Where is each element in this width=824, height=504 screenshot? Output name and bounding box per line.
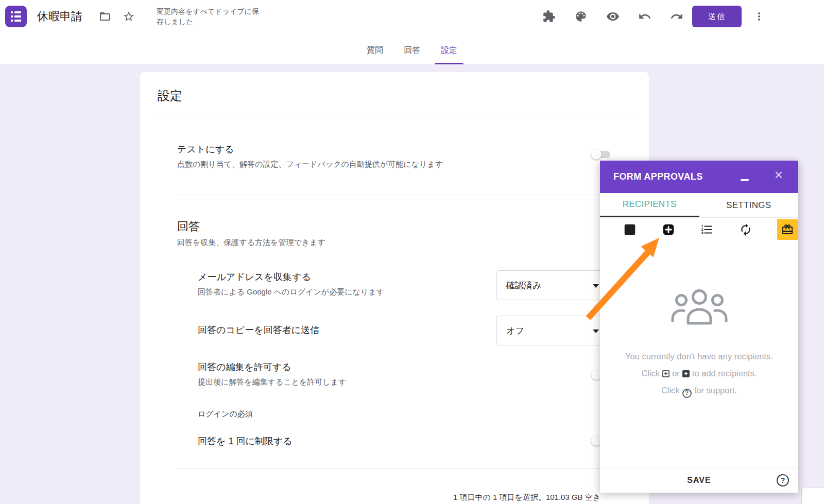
responses-heading: 回答: [177, 219, 200, 234]
panel-footer: SAVE ?: [600, 467, 798, 493]
empty-line-3-prefix: Click: [661, 386, 680, 395]
gift-icon: [780, 222, 795, 237]
send-copy-dropdown[interactable]: オフ: [496, 316, 608, 345]
close-icon[interactable]: ×: [775, 168, 783, 182]
collect-email-value: 確認済み: [506, 280, 541, 291]
tab-settings-label: 設定: [441, 45, 457, 56]
quiz-toggle-description: 点数の割り当て、解答の設定、フィードバックの自動提供が可能になります: [177, 160, 443, 169]
forms-logo-glyph: [11, 11, 21, 22]
empty-line-1: You currently don't have any recipients.: [625, 348, 773, 365]
app-header: 休暇申請 変更内容をすべてドライブに保存しました 送信: [0, 0, 824, 33]
more-vert-icon[interactable]: [752, 9, 766, 24]
inline-add-outline-icon: [662, 370, 670, 377]
send-copy-label: 回答のコピーを回答者に送信: [198, 324, 319, 336]
undo-icon[interactable]: [638, 9, 652, 24]
responses-description: 回答を収集、保護する方法を管理できます: [177, 238, 325, 248]
limit-one-response-label: 回答を 1 回に制限する: [198, 435, 293, 447]
help-icon[interactable]: ?: [777, 474, 789, 486]
active-tab-underline: [435, 63, 464, 64]
tab-approvals-settings[interactable]: SETTINGS: [699, 193, 799, 217]
empty-line-2-prefix: Click: [641, 369, 660, 378]
form-tabs: 質問 回答 設定: [0, 33, 824, 64]
forms-logo-icon[interactable]: [5, 6, 27, 27]
people-group-icon: [671, 286, 728, 329]
background-window-fragment: [801, 487, 824, 504]
empty-line-2-suffix: to add recipients.: [692, 369, 757, 378]
collect-email-dropdown[interactable]: 確認済み: [496, 270, 608, 300]
form-approvals-panel: FORM APPROVALS × RECIPIENTS SETTINGS: [600, 161, 798, 493]
inline-add-filled-icon: [682, 370, 690, 377]
chevron-down-icon: [593, 284, 599, 288]
inline-help-icon: ?: [682, 389, 692, 398]
minimize-icon[interactable]: [741, 179, 749, 181]
panel-header: FORM APPROVALS ×: [600, 161, 798, 193]
extensions-icon[interactable]: [542, 9, 556, 24]
empty-line-3: Click?for support.: [625, 382, 773, 399]
settings-heading: 設定: [158, 88, 182, 104]
quiz-toggle-label: テストにする: [177, 143, 234, 155]
form-title[interactable]: 休暇申請: [37, 9, 82, 24]
file-selection-status: 1 項目中の 1 項目を選択。101.03 GB 空き: [453, 493, 600, 502]
tab-settings[interactable]: 設定: [441, 33, 457, 64]
allow-edit-description: 提出後に解答を編集することを許可します: [198, 377, 347, 387]
toggle-thumb: [591, 149, 602, 160]
star-icon[interactable]: [122, 9, 136, 24]
send-copy-value: オフ: [506, 325, 524, 337]
panel-tabs: RECIPIENTS SETTINGS: [600, 193, 798, 218]
gift-highlight[interactable]: [777, 219, 798, 240]
save-status: 変更内容をすべてドライブに保存しました: [157, 6, 260, 27]
add-filled-icon[interactable]: [661, 222, 676, 237]
empty-state-text: You currently don't have any recipients.…: [625, 348, 773, 399]
preview-eye-icon[interactable]: [606, 9, 620, 24]
chevron-down-icon: [593, 329, 599, 333]
redo-icon[interactable]: [670, 9, 684, 24]
divider: [177, 468, 649, 469]
divider: [177, 195, 632, 195]
move-folder-icon[interactable]: [98, 9, 112, 24]
collect-email-description: 回答者による Google へのログインが必要になります: [198, 287, 384, 297]
save-button[interactable]: SAVE: [687, 476, 711, 485]
allow-edit-label: 回答の編集を許可する: [198, 361, 291, 373]
empty-line-2: Clickorto add recipients.: [625, 365, 773, 382]
refresh-icon[interactable]: [739, 222, 753, 237]
settings-card: 設定 テストにする 点数の割り当て、解答の設定、フィードバックの自動提供が可能に…: [140, 72, 649, 504]
collect-email-label: メールアドレスを収集する: [198, 271, 311, 283]
empty-line-2-mid: or: [672, 369, 680, 378]
tab-questions[interactable]: 質問: [367, 33, 383, 64]
divider: [158, 116, 632, 116]
empty-recipients-state: You currently don't have any recipients.…: [600, 241, 798, 467]
header-actions: [542, 9, 684, 24]
tab-recipients[interactable]: RECIPIENTS: [600, 193, 699, 217]
send-button[interactable]: 送信: [692, 6, 742, 27]
numbered-list-icon[interactable]: [700, 222, 714, 237]
login-required-subheading: ログインの必須: [198, 409, 253, 419]
palette-icon[interactable]: [574, 9, 588, 24]
tab-responses[interactable]: 回答: [404, 33, 420, 64]
panel-toolbar: [600, 218, 798, 241]
empty-line-3-suffix: for support.: [694, 386, 737, 395]
add-box-outline-icon[interactable]: [623, 222, 637, 237]
panel-title: FORM APPROVALS: [613, 171, 703, 182]
quiz-toggle[interactable]: [591, 149, 612, 160]
